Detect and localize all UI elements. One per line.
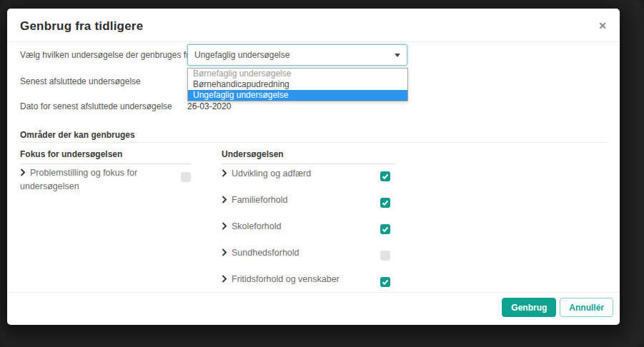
select-dropdown-list: Børnefaglig undersøgelse Børnehandicapud… bbox=[187, 68, 408, 101]
section-divider bbox=[20, 142, 607, 143]
list-item: Fritidsforhold og venskaber bbox=[222, 272, 406, 286]
date-value: 26-03-2020 bbox=[187, 101, 231, 111]
footer-divider bbox=[7, 292, 620, 293]
dropdown-option[interactable]: Ungefaglig undersøgelse bbox=[188, 90, 407, 101]
checkbox[interactable] bbox=[380, 171, 390, 181]
areas-header: Områder der kan genbruges bbox=[20, 130, 135, 140]
item-label: Skoleforhold bbox=[232, 221, 282, 231]
latest-survey-label: Senest afsluttede undersøgelse bbox=[20, 76, 141, 86]
item-label: Familieforhold bbox=[232, 195, 288, 205]
annuller-button[interactable]: Annullér bbox=[560, 298, 613, 317]
date-label: Dato for senest afsluttede undersøgelse bbox=[20, 101, 172, 111]
checkbox[interactable] bbox=[380, 198, 390, 208]
chevron-right-icon bbox=[222, 247, 227, 260]
dialog-title: Genbrug fra tidligere bbox=[20, 19, 143, 34]
chevron-right-icon bbox=[222, 194, 227, 207]
expand-toggle[interactable]: Udvikling og adfærd bbox=[222, 167, 311, 181]
item-label: Fritidsforhold og venskaber bbox=[232, 274, 340, 284]
item-label: Udvikling og adfærd bbox=[232, 169, 311, 178]
reuse-dialog: Genbrug fra tidligere ✕ Vælg hvilken und… bbox=[7, 9, 620, 325]
item-label: Problemstilling og fokus for undersøgels… bbox=[20, 168, 137, 191]
item-label: Sundhedsforhold bbox=[232, 248, 299, 258]
checkbox[interactable] bbox=[380, 251, 390, 261]
expand-toggle[interactable]: Sundhedsforhold bbox=[222, 246, 299, 260]
column-header: Fokus for undersøgelsen bbox=[20, 149, 192, 164]
dropdown-option[interactable]: Børnefaglig undersøgelse bbox=[188, 69, 407, 79]
chevron-right-icon bbox=[222, 273, 227, 286]
dropdown-option[interactable]: Børnehandicapudredning bbox=[188, 79, 407, 90]
checkbox[interactable] bbox=[380, 224, 390, 234]
list-item: Problemstilling og fokus for undersøgels… bbox=[20, 166, 192, 193]
list-item: Skoleforhold bbox=[222, 219, 406, 233]
list-item: Sundhedsforhold bbox=[222, 246, 406, 260]
column-fokus: Fokus for undersøgelsen Problemstilling … bbox=[20, 149, 192, 164]
select-value: Ungefaglig undersøgelse bbox=[194, 45, 289, 65]
list-item: Udvikling og adfærd bbox=[222, 166, 406, 181]
select-label: Vælg hvilken undersøgelse der genbruges … bbox=[20, 44, 194, 66]
footer-buttons: Genbrug Annullér bbox=[502, 298, 613, 317]
chevron-right-icon bbox=[20, 167, 26, 180]
chevron-right-icon bbox=[222, 221, 227, 233]
expand-toggle[interactable]: Familieforhold bbox=[222, 193, 288, 207]
expand-toggle[interactable]: Fritidsforhold og venskaber bbox=[222, 273, 340, 286]
expand-toggle[interactable]: Skoleforhold bbox=[222, 220, 282, 233]
chevron-down-icon bbox=[395, 54, 400, 57]
header-divider bbox=[7, 41, 620, 42]
modal-backdrop: Genbrug fra tidligere ✕ Vælg hvilken und… bbox=[0, 0, 644, 347]
list-item: Familieforhold bbox=[222, 193, 406, 207]
expand-toggle[interactable]: Problemstilling og fokus for undersøgels… bbox=[20, 166, 167, 193]
undersogelse-select[interactable]: Ungefaglig undersøgelse bbox=[187, 44, 407, 66]
checkbox[interactable] bbox=[181, 172, 191, 182]
chevron-right-icon bbox=[222, 168, 227, 181]
column-header: Undersøgelsen bbox=[222, 149, 395, 164]
column-undersogelsen: Undersøgelsen Udvikling og adfærd Famili… bbox=[222, 149, 406, 164]
close-icon[interactable]: ✕ bbox=[595, 19, 610, 33]
genbrug-button[interactable]: Genbrug bbox=[502, 298, 556, 317]
checkbox[interactable] bbox=[380, 277, 390, 287]
